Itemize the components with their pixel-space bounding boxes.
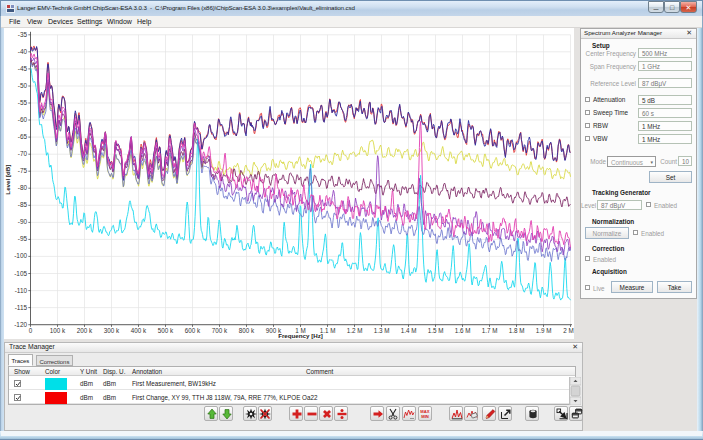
svg-text:800 k: 800 k xyxy=(239,327,255,334)
svg-text:Level [dB]: Level [dB] xyxy=(5,165,12,195)
svg-text:0: 0 xyxy=(29,327,33,334)
svg-text:MAX: MAX xyxy=(420,409,430,414)
svg-text:1.3 M: 1.3 M xyxy=(374,327,390,334)
svg-text:-50: -50 xyxy=(18,82,28,89)
svg-text:-85: -85 xyxy=(18,201,28,208)
svg-text:-70: -70 xyxy=(18,150,28,157)
svg-text:MIN: MIN xyxy=(421,414,429,419)
svg-text:-105: -105 xyxy=(14,270,27,277)
svg-text:-45: -45 xyxy=(18,65,28,72)
svg-text:600 k: 600 k xyxy=(185,327,201,334)
svg-text:-60: -60 xyxy=(18,116,28,123)
svg-text:1.7 M: 1.7 M xyxy=(482,327,498,334)
svg-text:400 k: 400 k xyxy=(131,327,147,334)
svg-text:100 k: 100 k xyxy=(50,327,66,334)
svg-text:1.2 M: 1.2 M xyxy=(347,327,363,334)
svg-text:1.6 M: 1.6 M xyxy=(455,327,471,334)
svg-text:-40: -40 xyxy=(18,48,28,55)
svg-text:-95: -95 xyxy=(18,235,28,242)
svg-text:1.9 M: 1.9 M xyxy=(536,327,552,334)
svg-text:-100: -100 xyxy=(14,252,27,259)
svg-text:-120: -120 xyxy=(14,321,27,328)
svg-text:700 k: 700 k xyxy=(212,327,228,334)
svg-text:-55: -55 xyxy=(18,99,28,106)
svg-text:2 M: 2 M xyxy=(563,327,574,334)
svg-text:1.5 M: 1.5 M xyxy=(428,327,444,334)
svg-text:Frequency [Hz]: Frequency [Hz] xyxy=(278,332,323,339)
svg-text:300 k: 300 k xyxy=(104,327,120,334)
svg-text:500 k: 500 k xyxy=(158,327,174,334)
svg-text:-75: -75 xyxy=(18,167,28,174)
svg-text:-80: -80 xyxy=(18,184,28,191)
svg-text:-35: -35 xyxy=(18,31,28,38)
svg-text:200 k: 200 k xyxy=(77,327,93,334)
svg-text:-110: -110 xyxy=(15,287,28,294)
svg-text:-115: -115 xyxy=(15,304,28,311)
svg-text:-90: -90 xyxy=(18,218,28,225)
svg-text:1.8 M: 1.8 M xyxy=(509,327,525,334)
svg-text:1.4 M: 1.4 M xyxy=(401,327,417,334)
svg-text:-65: -65 xyxy=(18,133,28,140)
